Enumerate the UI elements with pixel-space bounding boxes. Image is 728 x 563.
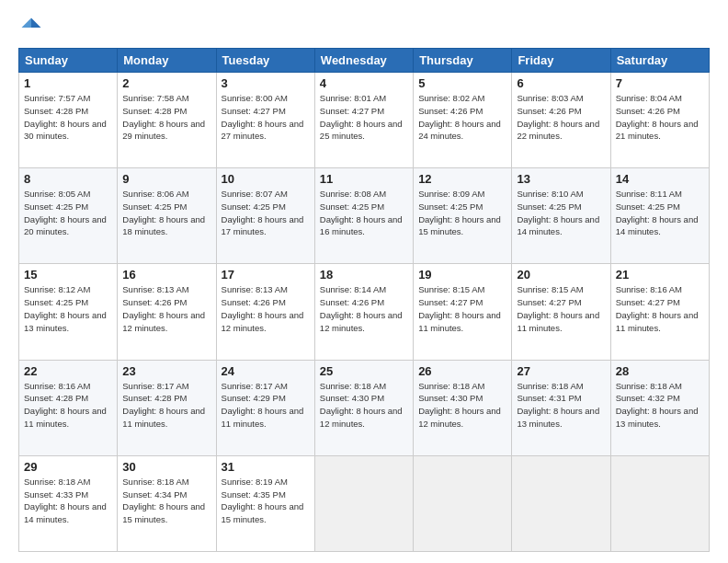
calendar-cell: 2 Sunrise: 7:58 AMSunset: 4:28 PMDayligh… [118, 73, 216, 168]
day-detail: Sunrise: 8:18 AMSunset: 4:31 PMDaylight:… [517, 381, 599, 429]
day-detail: Sunrise: 8:04 AMSunset: 4:26 PMDaylight:… [616, 93, 699, 141]
week-row-5: 29 Sunrise: 8:18 AMSunset: 4:33 PMDaylig… [19, 455, 710, 551]
week-row-2: 8 Sunrise: 8:05 AMSunset: 4:25 PMDayligh… [19, 168, 710, 264]
weekday-header-friday: Friday [512, 49, 610, 73]
day-detail: Sunrise: 8:05 AMSunset: 4:25 PMDaylight:… [24, 189, 107, 236]
day-number: 10 [222, 172, 310, 186]
day-number: 18 [320, 268, 408, 282]
day-detail: Sunrise: 8:18 AMSunset: 4:33 PMDaylight:… [24, 477, 107, 524]
week-row-4: 22 Sunrise: 8:16 AMSunset: 4:28 PMDaylig… [19, 360, 710, 455]
calendar-cell: 15 Sunrise: 8:12 AMSunset: 4:25 PMDaylig… [19, 264, 118, 360]
day-number: 28 [616, 364, 704, 378]
day-number: 21 [616, 268, 704, 282]
calendar-cell: 16 Sunrise: 8:13 AMSunset: 4:26 PMDaylig… [118, 264, 216, 360]
day-detail: Sunrise: 8:02 AMSunset: 4:26 PMDaylight:… [418, 93, 501, 141]
day-detail: Sunrise: 8:00 AMSunset: 4:27 PMDaylight:… [222, 93, 304, 141]
day-detail: Sunrise: 8:08 AMSunset: 4:25 PMDaylight:… [320, 189, 403, 236]
day-detail: Sunrise: 8:01 AMSunset: 4:27 PMDaylight:… [320, 93, 403, 141]
day-number: 4 [320, 76, 408, 90]
calendar-cell: 3 Sunrise: 8:00 AMSunset: 4:27 PMDayligh… [216, 73, 314, 168]
day-detail: Sunrise: 8:07 AMSunset: 4:25 PMDaylight:… [222, 189, 304, 236]
day-number: 11 [320, 172, 408, 186]
calendar-cell: 9 Sunrise: 8:06 AMSunset: 4:25 PMDayligh… [118, 168, 216, 264]
day-number: 30 [122, 460, 210, 474]
day-detail: Sunrise: 7:58 AMSunset: 4:28 PMDaylight:… [122, 93, 205, 141]
day-number: 26 [418, 364, 506, 378]
day-detail: Sunrise: 8:11 AMSunset: 4:25 PMDaylight:… [616, 189, 699, 236]
day-detail: Sunrise: 8:15 AMSunset: 4:27 PMDaylight:… [517, 284, 599, 332]
day-detail: Sunrise: 8:03 AMSunset: 4:26 PMDaylight:… [517, 93, 599, 141]
calendar-cell: 11 Sunrise: 8:08 AMSunset: 4:25 PMDaylig… [314, 168, 413, 264]
day-detail: Sunrise: 8:13 AMSunset: 4:26 PMDaylight:… [222, 284, 304, 332]
calendar-cell: 4 Sunrise: 8:01 AMSunset: 4:27 PMDayligh… [314, 73, 413, 168]
calendar-cell: 29 Sunrise: 8:18 AMSunset: 4:33 PMDaylig… [19, 455, 118, 551]
day-detail: Sunrise: 8:16 AMSunset: 4:27 PMDaylight:… [616, 284, 699, 332]
weekday-header-thursday: Thursday [414, 49, 512, 73]
day-detail: Sunrise: 8:17 AMSunset: 4:28 PMDaylight:… [122, 381, 205, 429]
week-row-3: 15 Sunrise: 8:12 AMSunset: 4:25 PMDaylig… [19, 264, 710, 360]
svg-marker-0 [31, 18, 41, 29]
calendar-cell: 18 Sunrise: 8:14 AMSunset: 4:26 PMDaylig… [314, 264, 413, 360]
calendar-cell [512, 455, 610, 551]
day-detail: Sunrise: 8:09 AMSunset: 4:25 PMDaylight:… [418, 189, 501, 236]
calendar-cell: 5 Sunrise: 8:02 AMSunset: 4:26 PMDayligh… [414, 73, 512, 168]
calendar-cell: 30 Sunrise: 8:18 AMSunset: 4:34 PMDaylig… [118, 455, 216, 551]
weekday-header-tuesday: Tuesday [216, 49, 314, 73]
day-number: 6 [517, 76, 605, 90]
day-number: 15 [24, 268, 112, 282]
day-detail: Sunrise: 8:15 AMSunset: 4:27 PMDaylight:… [418, 284, 501, 332]
day-number: 5 [418, 76, 506, 90]
day-number: 8 [24, 172, 112, 186]
weekday-header-saturday: Saturday [610, 49, 709, 73]
calendar-cell: 10 Sunrise: 8:07 AMSunset: 4:25 PMDaylig… [216, 168, 314, 264]
day-detail: Sunrise: 8:13 AMSunset: 4:26 PMDaylight:… [122, 284, 205, 332]
day-detail: Sunrise: 8:19 AMSunset: 4:35 PMDaylight:… [222, 477, 304, 524]
calendar-cell [414, 455, 512, 551]
day-number: 1 [24, 76, 112, 90]
day-detail: Sunrise: 8:18 AMSunset: 4:32 PMDaylight:… [616, 381, 699, 429]
day-detail: Sunrise: 8:18 AMSunset: 4:30 PMDaylight:… [320, 381, 403, 429]
calendar-cell: 14 Sunrise: 8:11 AMSunset: 4:25 PMDaylig… [610, 168, 709, 264]
week-row-1: 1 Sunrise: 7:57 AMSunset: 4:28 PMDayligh… [19, 73, 710, 168]
calendar-cell: 8 Sunrise: 8:05 AMSunset: 4:25 PMDayligh… [19, 168, 118, 264]
day-number: 13 [517, 172, 605, 186]
day-detail: Sunrise: 8:10 AMSunset: 4:25 PMDaylight:… [517, 189, 599, 236]
day-number: 17 [222, 268, 310, 282]
calendar-cell: 23 Sunrise: 8:17 AMSunset: 4:28 PMDaylig… [118, 360, 216, 455]
calendar-cell: 12 Sunrise: 8:09 AMSunset: 4:25 PMDaylig… [414, 168, 512, 264]
day-number: 27 [517, 364, 605, 378]
day-number: 31 [222, 460, 310, 474]
day-number: 7 [616, 76, 704, 90]
calendar-cell: 22 Sunrise: 8:16 AMSunset: 4:28 PMDaylig… [19, 360, 118, 455]
logo [18, 15, 48, 40]
calendar-cell: 6 Sunrise: 8:03 AMSunset: 4:26 PMDayligh… [512, 73, 610, 168]
weekday-header-sunday: Sunday [19, 49, 118, 73]
calendar-cell: 19 Sunrise: 8:15 AMSunset: 4:27 PMDaylig… [414, 264, 512, 360]
calendar-cell: 20 Sunrise: 8:15 AMSunset: 4:27 PMDaylig… [512, 264, 610, 360]
calendar-cell: 13 Sunrise: 8:10 AMSunset: 4:25 PMDaylig… [512, 168, 610, 264]
calendar-cell: 7 Sunrise: 8:04 AMSunset: 4:26 PMDayligh… [610, 73, 709, 168]
day-number: 14 [616, 172, 704, 186]
calendar-cell: 31 Sunrise: 8:19 AMSunset: 4:35 PMDaylig… [216, 455, 314, 551]
day-detail: Sunrise: 8:12 AMSunset: 4:25 PMDaylight:… [24, 284, 107, 332]
day-detail: Sunrise: 8:14 AMSunset: 4:26 PMDaylight:… [320, 284, 403, 332]
day-number: 23 [122, 364, 210, 378]
calendar-cell: 27 Sunrise: 8:18 AMSunset: 4:31 PMDaylig… [512, 360, 610, 455]
day-detail: Sunrise: 8:18 AMSunset: 4:34 PMDaylight:… [122, 477, 205, 524]
day-number: 19 [418, 268, 506, 282]
calendar-cell [610, 455, 709, 551]
svg-marker-1 [22, 18, 32, 29]
logo-icon [18, 15, 44, 40]
day-detail: Sunrise: 8:18 AMSunset: 4:30 PMDaylight:… [418, 381, 501, 429]
day-number: 16 [122, 268, 210, 282]
header [18, 15, 710, 40]
page: SundayMondayTuesdayWednesdayThursdayFrid… [0, 0, 728, 563]
day-number: 2 [122, 76, 210, 90]
calendar-cell: 25 Sunrise: 8:18 AMSunset: 4:30 PMDaylig… [314, 360, 413, 455]
calendar-cell: 21 Sunrise: 8:16 AMSunset: 4:27 PMDaylig… [610, 264, 709, 360]
calendar-cell: 24 Sunrise: 8:17 AMSunset: 4:29 PMDaylig… [216, 360, 314, 455]
calendar-cell: 1 Sunrise: 7:57 AMSunset: 4:28 PMDayligh… [19, 73, 118, 168]
day-number: 25 [320, 364, 408, 378]
weekday-header-wednesday: Wednesday [314, 49, 413, 73]
day-number: 29 [24, 460, 112, 474]
